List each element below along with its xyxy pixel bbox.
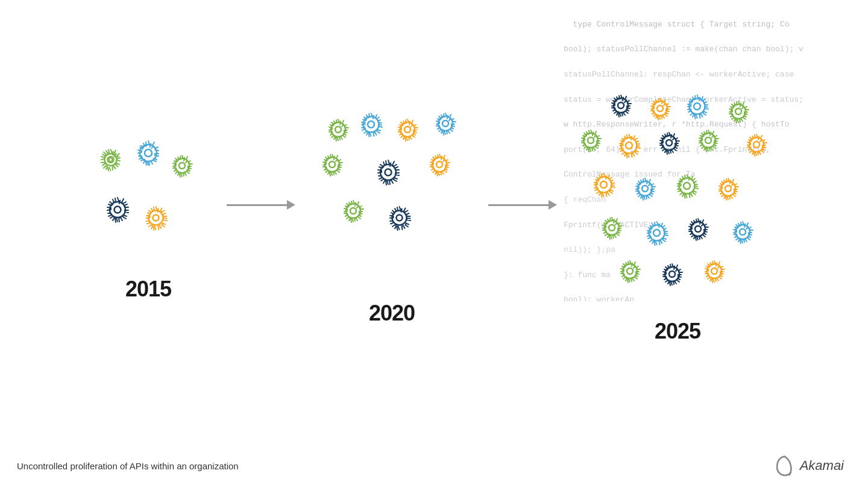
svg-point-59 bbox=[695, 226, 701, 232]
gear-green-2020-3 bbox=[338, 195, 369, 227]
gear-green-2025-1 bbox=[723, 96, 754, 127]
year-section-2015: 2015 bbox=[88, 132, 209, 302]
svg-point-25 bbox=[350, 208, 356, 214]
gear-orange-1 bbox=[139, 201, 172, 234]
svg-point-53 bbox=[725, 186, 731, 192]
svg-point-15 bbox=[404, 127, 410, 133]
gear-blue-2025-3 bbox=[640, 216, 673, 249]
akamai-logo: Akamai bbox=[773, 454, 844, 477]
arrow-1 bbox=[209, 200, 313, 210]
gear-green-1 bbox=[94, 144, 127, 177]
gear-green-2025-3 bbox=[693, 125, 724, 156]
gear-green-2020-2 bbox=[316, 149, 348, 180]
svg-point-51 bbox=[684, 183, 690, 189]
caption-text: Uncontrolled proliferation of APIs withi… bbox=[17, 461, 239, 471]
gear-orange-2025-6 bbox=[699, 255, 730, 287]
gear-dark-2025-3 bbox=[682, 213, 714, 245]
svg-point-31 bbox=[657, 105, 663, 111]
svg-point-35 bbox=[735, 108, 741, 114]
gear-dark-1 bbox=[100, 192, 135, 227]
svg-point-27 bbox=[397, 215, 403, 221]
gear-green-2025-6 bbox=[614, 255, 646, 287]
svg-point-13 bbox=[368, 121, 374, 128]
year-section-2020: 2020 bbox=[313, 108, 470, 326]
gear-orange-2020-2 bbox=[424, 149, 455, 180]
gear-dark-2025-4 bbox=[656, 258, 688, 290]
gear-blue-2025-4 bbox=[727, 216, 758, 248]
gear-orange-2025-5 bbox=[712, 173, 744, 204]
svg-point-19 bbox=[329, 161, 335, 167]
svg-point-9 bbox=[153, 215, 159, 221]
svg-point-37 bbox=[588, 137, 594, 143]
svg-point-33 bbox=[694, 103, 700, 110]
gear-dark-2020-2 bbox=[383, 201, 416, 234]
svg-point-55 bbox=[609, 225, 615, 231]
svg-point-49 bbox=[642, 186, 648, 192]
arrow-2 bbox=[470, 200, 575, 210]
svg-point-11 bbox=[335, 127, 341, 133]
year-section-2025: 2025 bbox=[575, 90, 780, 344]
gear-green-2 bbox=[166, 150, 198, 181]
gear-green-2025-5 bbox=[596, 212, 627, 243]
gear-dark-2025-2 bbox=[653, 127, 685, 158]
gear-dark-2020-1 bbox=[371, 155, 406, 190]
gear-orange-2025-2 bbox=[612, 129, 646, 162]
gear-blue-1 bbox=[130, 135, 166, 171]
svg-point-61 bbox=[740, 229, 746, 235]
svg-point-39 bbox=[626, 142, 632, 149]
gear-blue-2020-2 bbox=[430, 108, 461, 139]
gear-green-2020-1 bbox=[322, 114, 354, 145]
svg-point-3 bbox=[145, 149, 152, 157]
gear-blue-2025-1 bbox=[681, 90, 714, 123]
arrow-shape-2 bbox=[488, 200, 557, 210]
year-label-2015: 2015 bbox=[125, 277, 171, 302]
gear-green-2025-4 bbox=[670, 169, 703, 202]
gear-cluster-2015 bbox=[88, 132, 209, 252]
gear-blue-2020-1 bbox=[354, 108, 388, 141]
gear-cluster-2025 bbox=[575, 90, 780, 295]
svg-point-65 bbox=[669, 271, 675, 277]
year-label-2020: 2020 bbox=[369, 301, 415, 326]
svg-point-21 bbox=[385, 169, 392, 176]
akamai-logo-icon bbox=[773, 454, 796, 477]
svg-point-1 bbox=[109, 158, 113, 161]
svg-point-41 bbox=[666, 140, 672, 146]
svg-point-63 bbox=[627, 268, 633, 274]
svg-point-7 bbox=[115, 207, 121, 213]
arrow-shape-1 bbox=[227, 200, 295, 210]
svg-point-47 bbox=[600, 181, 607, 188]
akamai-logo-text: Akamai bbox=[800, 458, 844, 474]
svg-point-23 bbox=[436, 161, 442, 167]
gear-orange-2025-4 bbox=[587, 168, 620, 201]
svg-point-43 bbox=[705, 137, 711, 143]
svg-point-57 bbox=[653, 230, 660, 236]
svg-point-29 bbox=[618, 102, 624, 108]
main-content: 2015 bbox=[0, 0, 868, 488]
svg-point-45 bbox=[753, 142, 760, 148]
year-label-2025: 2025 bbox=[655, 319, 700, 344]
gear-orange-2020-1 bbox=[392, 114, 423, 145]
svg-point-5 bbox=[179, 163, 185, 169]
svg-point-17 bbox=[442, 120, 448, 127]
gear-cluster-2020 bbox=[313, 108, 470, 277]
gear-orange-2025-3 bbox=[741, 129, 772, 160]
timeline-row: 2015 bbox=[88, 90, 780, 344]
gear-orange-2025-1 bbox=[644, 93, 676, 124]
svg-point-67 bbox=[711, 268, 717, 274]
gear-blue-2025-2 bbox=[629, 173, 661, 204]
gear-green-2025-2 bbox=[575, 125, 606, 156]
gear-dark-2025-1 bbox=[605, 90, 637, 121]
